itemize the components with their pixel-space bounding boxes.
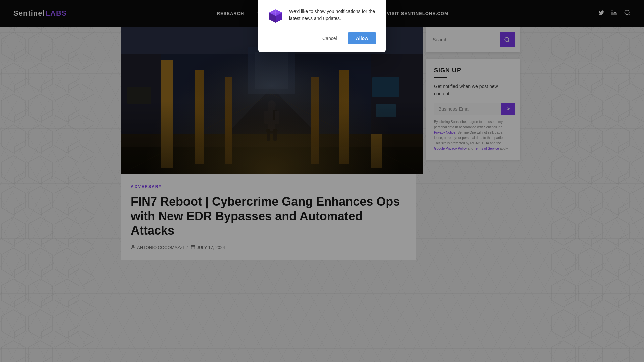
modal-actions: Cancel Allow — [268, 32, 376, 44]
notification-icon — [268, 8, 284, 24]
modal-overlay: We'd like to show you notifications for … — [0, 0, 644, 362]
modal-content: We'd like to show you notifications for … — [268, 8, 376, 24]
allow-button[interactable]: Allow — [348, 32, 376, 44]
notification-modal: We'd like to show you notifications for … — [258, 0, 386, 52]
modal-text: We'd like to show you notifications for … — [289, 8, 376, 22]
modal-message: We'd like to show you notifications for … — [289, 8, 376, 22]
cancel-button[interactable]: Cancel — [316, 32, 344, 44]
